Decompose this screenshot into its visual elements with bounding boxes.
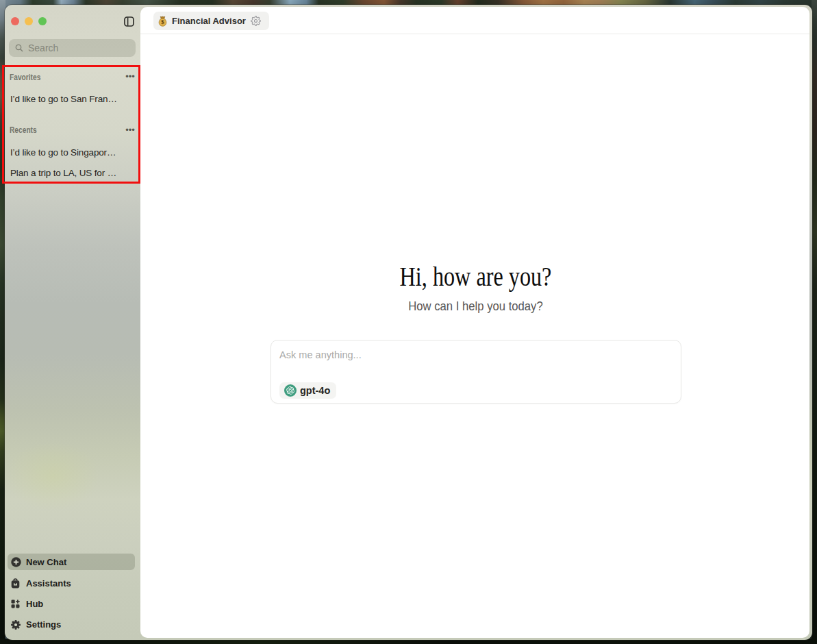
svg-text:$: $ <box>161 18 164 25</box>
